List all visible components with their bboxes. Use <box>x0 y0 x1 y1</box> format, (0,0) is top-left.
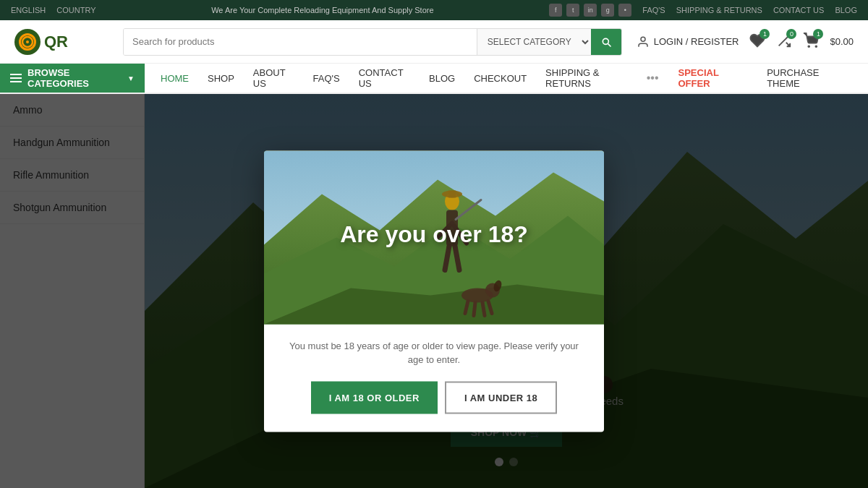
twitter-icon[interactable]: t <box>566 4 579 17</box>
modal-image: Are you over 18? <box>264 150 604 324</box>
compare-badge: 0 <box>786 29 796 39</box>
modal-title: Are you over 18? <box>264 221 604 248</box>
nav-shipping[interactable]: SHIPPING & RETURNS <box>537 64 642 93</box>
extra-icon[interactable]: • <box>618 4 631 17</box>
browse-label: BROWSE CATEGORIES <box>27 67 119 89</box>
login-text: LOGIN / REGISTER <box>654 36 739 47</box>
btn-under-18[interactable]: I AM UNDER 18 <box>445 381 557 414</box>
logo-text: QR <box>44 33 68 51</box>
faqs-link[interactable]: FAQ'S <box>642 6 665 14</box>
modal-body: You must be 18 years of age or older to … <box>264 324 604 432</box>
chevron-down-icon: ▼ <box>127 74 135 82</box>
svg-point-2 <box>641 37 645 41</box>
svg-point-0 <box>22 37 33 47</box>
language-selector[interactable]: ENGLISH <box>11 6 46 14</box>
search-button[interactable] <box>591 29 621 55</box>
btn-18-or-older[interactable]: I AM 18 OR OLDER <box>311 381 438 414</box>
tagline: We Are Your Complete Reloading Equipment… <box>211 6 433 14</box>
google-icon[interactable]: g <box>601 4 614 17</box>
modal-description: You must be 18 years of age or older to … <box>286 338 582 367</box>
hamburger-icon <box>10 74 22 82</box>
main-content: Ammo Handgun Ammunition Rifle Ammunition… <box>0 94 868 488</box>
search-bar: SELECT CATEGORY <box>123 28 622 56</box>
compare-btn[interactable]: 0 <box>776 33 792 51</box>
logo-icon <box>14 29 41 55</box>
wishlist-btn[interactable]: 1 <box>749 33 765 51</box>
nav-about[interactable]: ABOUT US <box>244 64 303 93</box>
contact-link[interactable]: CONTACT US <box>773 6 825 14</box>
nav-right: SPECIAL OFFER PURCHASE THEME <box>669 67 868 89</box>
nav-checkout[interactable]: CHECKOUT <box>465 64 535 93</box>
svg-rect-26 <box>448 190 456 197</box>
svg-line-38 <box>482 302 485 315</box>
search-input[interactable] <box>124 29 477 55</box>
svg-line-37 <box>474 302 475 315</box>
login-register[interactable]: LOGIN / REGISTER <box>637 35 739 48</box>
search-icon <box>600 36 612 48</box>
top-bar: ENGLISH COUNTRY We Are Your Complete Rel… <box>0 0 868 20</box>
nav-special-offer[interactable]: SPECIAL OFFER <box>669 67 757 89</box>
country-selector[interactable]: COUNTRY <box>56 6 95 14</box>
nav-home[interactable]: HOME <box>152 64 197 93</box>
modal-buttons: I AM 18 OR OLDER I AM UNDER 18 <box>286 381 582 414</box>
facebook-icon[interactable]: f <box>549 4 562 17</box>
logo[interactable]: QR <box>14 29 109 55</box>
nav-shop[interactable]: SHOP <box>199 64 243 93</box>
cart-total: $0.00 <box>830 36 854 47</box>
cart-btn[interactable]: 1 <box>803 33 819 51</box>
svg-point-1 <box>26 40 29 43</box>
nav-bar: BROWSE CATEGORIES ▼ HOME SHOP ABOUT US F… <box>0 64 868 94</box>
wishlist-badge: 1 <box>760 29 770 39</box>
browse-categories[interactable]: BROWSE CATEGORIES ▼ <box>0 64 145 93</box>
nav-contact[interactable]: CONTACT US <box>350 64 419 93</box>
blog-link[interactable]: BLOG <box>835 6 857 14</box>
shipping-link[interactable]: SHIPPING & RETURNS <box>676 6 762 14</box>
social-icons: f t in g • <box>549 4 631 17</box>
nav-faq[interactable]: FAQ'S <box>305 64 349 93</box>
svg-point-5 <box>809 46 810 47</box>
header: QR SELECT CATEGORY LOGIN / REGISTER 1 <box>0 20 868 64</box>
age-verification-modal: Are you over 18? You must be 18 years of… <box>264 150 604 432</box>
header-icons: LOGIN / REGISTER 1 0 1 $0. <box>637 33 854 51</box>
cart-badge: 1 <box>813 29 823 39</box>
nav-links: HOME SHOP ABOUT US FAQ'S CONTACT US BLOG… <box>145 64 669 93</box>
user-icon <box>637 35 650 48</box>
nav-more-dots[interactable]: ••• <box>643 72 663 85</box>
nav-purchase-theme[interactable]: PURCHASE THEME <box>758 67 857 89</box>
nav-blog[interactable]: BLOG <box>420 64 464 93</box>
svg-point-6 <box>816 46 817 47</box>
category-select[interactable]: SELECT CATEGORY <box>477 29 591 55</box>
instagram-icon[interactable]: in <box>584 4 597 17</box>
